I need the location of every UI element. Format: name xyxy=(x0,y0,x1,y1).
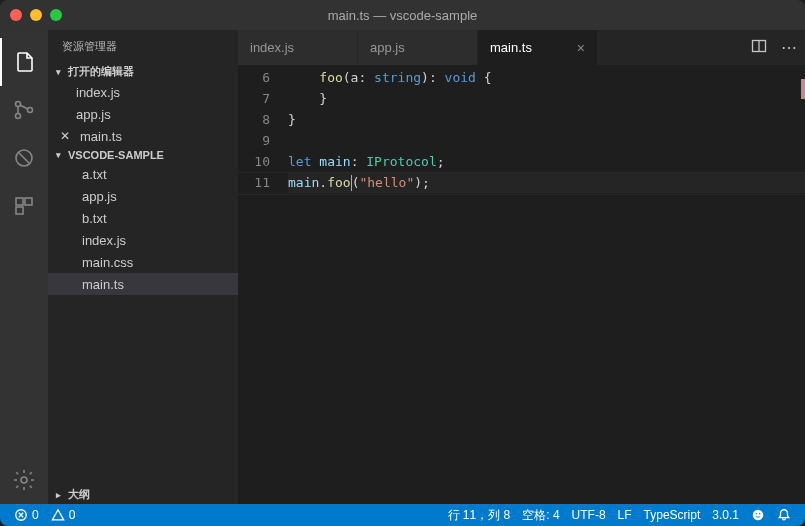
editor-tabs: index.js × app.js × main.ts × ⋯ xyxy=(238,30,805,65)
file-label: main.ts xyxy=(80,129,122,144)
tab-label: index.js xyxy=(250,40,294,55)
code-content[interactable]: foo(a: string): void { }}let main: IProt… xyxy=(288,67,805,504)
extensions-icon[interactable] xyxy=(0,182,48,230)
open-editor-item[interactable]: app.js xyxy=(48,103,238,125)
indentation[interactable]: 空格: 4 xyxy=(516,507,565,524)
svg-point-12 xyxy=(755,513,757,515)
svg-point-2 xyxy=(28,108,33,113)
tab-label: main.ts xyxy=(490,40,532,55)
titlebar: main.ts — vscode-sample xyxy=(0,0,805,30)
open-editors-label: 打开的编辑器 xyxy=(68,64,134,79)
explorer-sidebar: 资源管理器 ▾ 打开的编辑器 index.js app.js ✕ main.ts… xyxy=(48,30,238,504)
tab-index-js[interactable]: index.js × xyxy=(238,30,358,65)
svg-rect-6 xyxy=(16,207,23,214)
tab-main-ts[interactable]: main.ts × xyxy=(478,30,598,65)
cursor-position[interactable]: 行 11，列 8 xyxy=(442,507,517,524)
file-item[interactable]: b.txt xyxy=(48,207,238,229)
settings-icon[interactable] xyxy=(0,456,48,504)
open-editor-item[interactable]: index.js xyxy=(48,81,238,103)
svg-point-0 xyxy=(16,102,21,107)
code-editor[interactable]: 67891011 foo(a: string): void { }}let ma… xyxy=(238,65,805,504)
feedback-icon[interactable] xyxy=(745,508,771,522)
explorer-icon[interactable] xyxy=(0,38,48,86)
file-item[interactable]: a.txt xyxy=(48,163,238,185)
more-actions-icon[interactable]: ⋯ xyxy=(781,38,797,57)
activity-bar xyxy=(0,30,48,504)
warnings-count[interactable]: 0 xyxy=(45,508,82,522)
file-label: b.txt xyxy=(82,211,107,226)
svg-rect-4 xyxy=(16,198,23,205)
window-title: main.ts — vscode-sample xyxy=(328,8,478,23)
overview-ruler-mark xyxy=(801,79,805,99)
close-icon[interactable]: × xyxy=(577,40,585,56)
tab-app-js[interactable]: app.js × xyxy=(358,30,478,65)
line-gutter: 67891011 xyxy=(238,67,288,504)
svg-rect-5 xyxy=(25,198,32,205)
file-item[interactable]: index.js xyxy=(48,229,238,251)
file-item[interactable]: main.css xyxy=(48,251,238,273)
open-editors-section[interactable]: ▾ 打开的编辑器 xyxy=(48,62,238,81)
source-control-icon[interactable] xyxy=(0,86,48,134)
sidebar-title: 资源管理器 xyxy=(48,30,238,62)
errors-count[interactable]: 0 xyxy=(8,508,45,522)
chevron-down-icon: ▾ xyxy=(52,67,64,77)
open-editor-item[interactable]: ✕ main.ts xyxy=(48,125,238,147)
notifications-icon[interactable] xyxy=(771,508,797,522)
file-label: main.css xyxy=(82,255,133,270)
file-item[interactable]: app.js xyxy=(48,185,238,207)
svg-point-13 xyxy=(759,513,761,515)
file-label: app.js xyxy=(82,189,117,204)
window-close-button[interactable] xyxy=(10,9,22,21)
split-editor-icon[interactable] xyxy=(751,38,767,57)
file-label: app.js xyxy=(76,107,111,122)
file-label: index.js xyxy=(82,233,126,248)
file-label: main.ts xyxy=(82,277,124,292)
chevron-down-icon: ▾ xyxy=(52,150,64,160)
workspace-label: VSCODE-SAMPLE xyxy=(68,149,164,161)
tab-label: app.js xyxy=(370,40,405,55)
file-item[interactable]: main.ts xyxy=(48,273,238,295)
file-label: a.txt xyxy=(82,167,107,182)
svg-point-11 xyxy=(753,510,764,521)
status-bar: 0 0 行 11，列 8 空格: 4 UTF-8 LF TypeScript 3… xyxy=(0,504,805,526)
file-label: index.js xyxy=(76,85,120,100)
svg-point-7 xyxy=(21,477,27,483)
chevron-right-icon: ▸ xyxy=(52,490,64,500)
language-mode[interactable]: TypeScript xyxy=(638,508,707,522)
outline-label: 大纲 xyxy=(68,487,90,502)
debug-icon[interactable] xyxy=(0,134,48,182)
ts-version[interactable]: 3.0.1 xyxy=(706,508,745,522)
window-minimize-button[interactable] xyxy=(30,9,42,21)
encoding[interactable]: UTF-8 xyxy=(566,508,612,522)
close-icon[interactable]: ✕ xyxy=(58,129,72,143)
workspace-section[interactable]: ▾ VSCODE-SAMPLE xyxy=(48,147,238,163)
eol[interactable]: LF xyxy=(612,508,638,522)
svg-point-1 xyxy=(16,114,21,119)
outline-section[interactable]: ▸ 大纲 xyxy=(48,485,238,504)
window-zoom-button[interactable] xyxy=(50,9,62,21)
